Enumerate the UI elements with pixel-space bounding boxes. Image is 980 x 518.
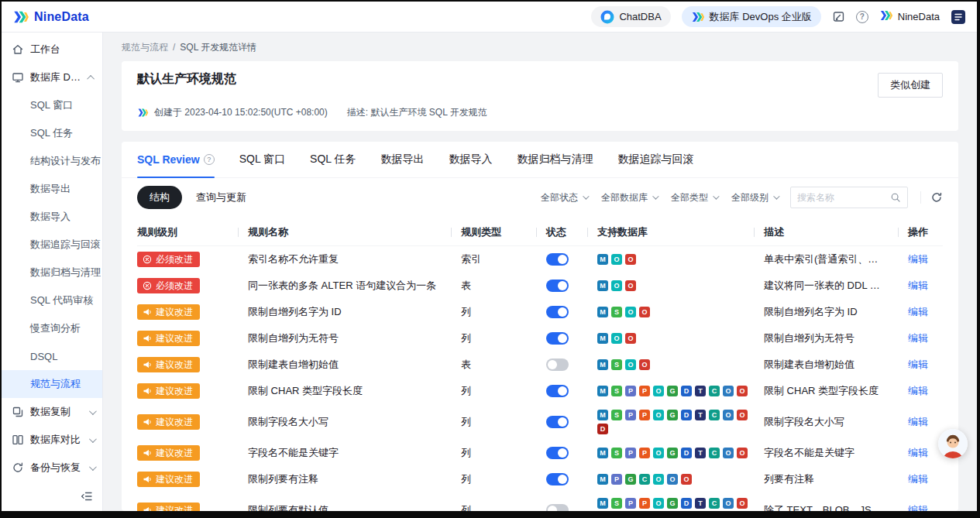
sidebar-item-database-devops[interactable]: 数据库 DevOps [2,63,102,91]
sidebar-item-label: 工作台 [30,43,60,57]
sidebar-item-data-track-rollback[interactable]: 数据追踪与回滚 [2,231,102,259]
search-input[interactable] [797,192,885,203]
edit-link[interactable]: 编辑 [908,253,928,265]
status-toggle[interactable] [546,504,569,511]
edit-link[interactable]: 编辑 [908,504,928,511]
sidebar-item-spec-process[interactable]: 规范与流程 [2,370,102,398]
edit-link[interactable]: 编辑 [908,473,928,485]
db-icon-gaussdb: G [667,410,678,420]
sidebar-item-dsql[interactable]: DSQL [2,342,102,370]
help-icon[interactable] [856,11,868,23]
status-toggle[interactable] [546,280,569,292]
filter-selects: 全部状态全部数据库全部类型全部级别 [541,191,778,204]
spec-meta: 创建于 2023-04-10 15:02:50(UTC +08:00) 描述: … [137,106,943,119]
status-cell [536,447,587,459]
status-toggle[interactable] [546,253,569,266]
edit-link[interactable]: 编辑 [908,416,928,427]
docs-icon[interactable] [951,9,966,25]
edit-link[interactable]: 编辑 [908,332,928,344]
tab-sql-window[interactable]: SQL 窗口 [239,142,285,177]
sidebar-item-workbench[interactable]: 工作台 [2,36,102,63]
chevron-down-icon [89,435,97,443]
tab-data-archive-clean[interactable]: 数据归档与清理 [517,142,593,177]
supported-databases: MSPPOGDTCOO [597,448,752,458]
sidebar-item-data-archive-clean[interactable]: 数据归档与清理 [2,259,102,286]
edition-switcher[interactable]: 数据库 DevOps 企业版 [682,6,821,27]
sidebar-item-database-compare[interactable]: 数据库对比 [2,426,102,454]
status-toggle[interactable] [546,358,569,371]
table-row: 建议改进限制字段名大小写列MSPPOGDTCOOD限制字段名大小写编辑 [137,404,943,440]
dbs-cell: MPGCOOO [587,474,754,485]
tab-data-track-rollback[interactable]: 数据追踪与回滚 [617,142,693,177]
db-icon-opengauss: O [723,386,734,396]
account-menu[interactable]: NineData [879,9,940,25]
sidebar-collapse-bar [2,485,102,511]
create-similar-button[interactable]: 类似创建 [878,73,943,98]
db-icon-postgresql: P [625,386,636,396]
db-icon-postgresql: P [611,474,622,485]
changelog-icon[interactable] [832,10,845,23]
filter-type-select[interactable]: 全部类型 [671,191,717,204]
backup-icon [12,461,24,474]
tab-sql-review[interactable]: SQL Review [137,142,215,177]
db-icon-postgresql: P [625,498,636,509]
app-window: NineData ChatDBA 数据库 DevOps 企业版 NineData… [0,0,980,518]
sidebar-item-sql-task[interactable]: SQL 任务 [2,119,102,147]
megaphone-icon [143,386,152,396]
sidebar-item-sql-window[interactable]: SQL 窗口 [2,91,102,119]
tab-data-export[interactable]: 数据导出 [380,142,424,177]
support-avatar[interactable] [938,429,968,458]
status-toggle[interactable] [546,447,569,459]
edit-link[interactable]: 编辑 [908,306,928,317]
segment-query-update[interactable]: 查询与更新 [196,190,246,204]
status-toggle[interactable] [546,306,569,318]
status-toggle[interactable] [546,473,569,485]
status-cell [536,504,587,511]
sidebar-item-schema-design-publish[interactable]: 结构设计与发布 [2,147,102,175]
breadcrumb-parent[interactable]: 规范与流程 [122,42,168,53]
db-icon-oracle: O [737,410,748,420]
sidebar-item-data-export[interactable]: 数据导出 [2,175,102,203]
sidebar-item-data-replication[interactable]: 数据复制 [2,398,102,426]
table-row: 建议改进限制 CHAR 类型字段长度列MSPPOGDTCOO限制 CHAR 类型… [137,378,943,404]
search-icon[interactable] [890,192,901,203]
table-row: 建议改进限制建表自增初始值表MSOO限制建表自增初始值编辑 [137,352,943,378]
sidebar-item-sql-code-review[interactable]: SQL 代码审核 [2,286,102,314]
badge-label: 建议改进 [156,385,193,398]
tab-label: 数据归档与清理 [517,153,593,166]
db-icon-gaussdb: G [625,474,636,485]
edit-link[interactable]: 编辑 [908,447,928,458]
db-icon-mysql: M [597,474,608,485]
refresh-icon[interactable] [920,191,943,204]
edit-link[interactable]: 编辑 [908,280,928,291]
db-icon-opengauss: O [723,498,734,509]
filter-status-select[interactable]: 全部状态 [541,191,587,204]
db-icon-oceanbase: O [625,359,636,370]
segment-structure[interactable]: 结构 [137,186,182,209]
db-icon-mysql: M [597,410,608,420]
suggest-improve-badge: 建议改进 [137,503,200,511]
edit-link[interactable]: 编辑 [908,358,928,370]
rule-level-cell: 建议改进 [137,445,238,461]
rule-description: 除了 TEXT、BLOB、JSON、GEOMETRY ... [754,503,898,511]
suggest-improve-badge: 建议改进 [137,357,200,372]
filter-database-select[interactable]: 全部数据库 [601,191,657,204]
brand[interactable]: NineData [12,9,89,26]
db-icon-polardb: P [639,448,650,458]
tab-sql-task[interactable]: SQL 任务 [310,142,356,177]
sidebar-item-backup-restore[interactable]: 备份与恢复 [2,454,102,482]
ninedata-logo-icon [12,9,29,26]
help-icon[interactable] [204,154,215,165]
status-toggle[interactable] [546,416,569,428]
chatdba-button[interactable]: ChatDBA [591,6,670,27]
collapse-sidebar-icon[interactable] [81,490,93,506]
badge-label: 建议改进 [156,416,193,429]
status-toggle[interactable] [546,385,569,397]
tab-data-import[interactable]: 数据导入 [449,142,492,177]
sidebar-item-data-import[interactable]: 数据导入 [2,203,102,231]
edit-link[interactable]: 编辑 [908,385,928,396]
status-toggle[interactable] [546,332,569,345]
sidebar-item-slow-query[interactable]: 慢查询分析 [2,314,102,342]
db-icon-opengauss: O [723,448,734,458]
filter-level-select[interactable]: 全部级别 [731,191,778,204]
